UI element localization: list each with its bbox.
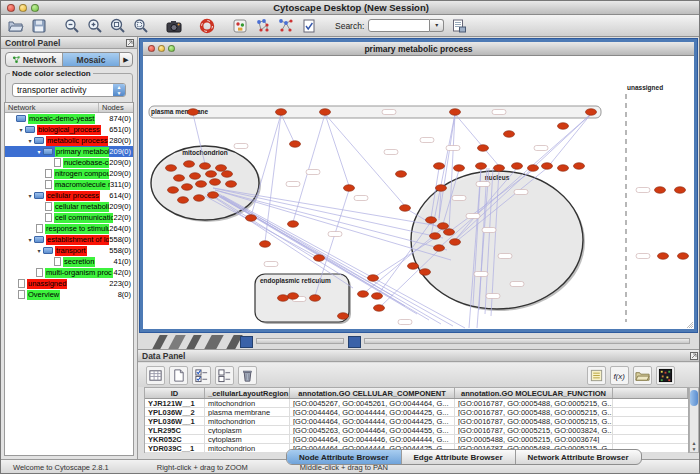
disclosure-triangle-icon[interactable]: ▾	[35, 247, 43, 254]
table-scrollbar[interactable]: ▲▼	[689, 387, 699, 453]
zoom-out-icon[interactable]	[63, 17, 81, 35]
tree-row[interactable]: unassigned223(0)	[5, 278, 133, 289]
color-attribute-dropdown[interactable]: transporter activity ▲▼	[12, 83, 126, 97]
network-node[interactable]	[188, 109, 199, 116]
network-window-titlebar[interactable]: primary metabolic process	[143, 42, 694, 56]
network-node[interactable]	[290, 141, 301, 148]
tree-row[interactable]: multi-organism proc42(0)	[5, 267, 133, 278]
network-node[interactable]	[260, 241, 271, 248]
disclosure-triangle-icon[interactable]: ▾	[17, 126, 25, 133]
table-row[interactable]: YPL036W__1mitochondrion[GO:0044464, GO:0…	[145, 417, 688, 426]
network-node[interactable]	[178, 197, 189, 204]
network-node[interactable]	[400, 205, 411, 212]
network-node[interactable]	[434, 163, 445, 170]
network-node[interactable]	[434, 245, 445, 252]
zoom-fit-icon[interactable]	[109, 17, 127, 35]
network-close-button[interactable]	[148, 45, 155, 52]
layout-edges-icon[interactable]	[277, 17, 295, 35]
close-button[interactable]	[7, 4, 15, 12]
network-node[interactable]	[420, 269, 431, 276]
tree-col-nodes[interactable]: Nodes	[99, 103, 133, 112]
table-row[interactable]: YJR121W__1mitochondrion[GO:0045267, GO:0…	[145, 399, 688, 408]
network-node[interactable]	[226, 181, 237, 188]
network-node[interactable]	[512, 163, 523, 170]
network-canvas[interactable]: plasma membranemitochondrionnucleusendop…	[143, 56, 694, 329]
tree-row[interactable]: cellular metabolic pro209(0)	[5, 201, 133, 212]
column-header[interactable]: annotation.GO CELLULAR_COMPONENT	[290, 388, 455, 398]
network-node[interactable]	[194, 195, 205, 202]
annotate-icon[interactable]	[300, 17, 318, 35]
help-icon[interactable]	[198, 17, 216, 35]
disclosure-triangle-icon[interactable]: ▾	[26, 137, 34, 144]
network-node[interactable]	[222, 171, 233, 178]
network-node[interactable]	[426, 217, 437, 224]
network-node[interactable]	[675, 187, 686, 194]
network-node[interactable]	[344, 185, 355, 192]
search-input[interactable]	[368, 19, 430, 32]
network-node[interactable]	[438, 223, 449, 230]
tab-node-attribute-browser[interactable]: Node Attribute Browser	[287, 450, 402, 464]
network-node[interactable]	[430, 233, 441, 240]
formula-icon[interactable]: f(x)	[610, 366, 629, 385]
network-zoom-button[interactable]	[168, 45, 175, 52]
tree-row[interactable]: ▾transport558(0)	[5, 245, 133, 256]
scrollbar-thumb[interactable]	[690, 390, 698, 406]
background-window[interactable]	[240, 336, 253, 348]
network-node[interactable]	[478, 145, 489, 152]
column-header[interactable]: _cellularLayoutRegion	[205, 388, 290, 398]
network-node[interactable]	[372, 293, 383, 300]
tab-network-attribute-browser[interactable]: Network Attribute Browser	[516, 450, 641, 464]
network-node[interactable]	[454, 165, 465, 172]
network-node[interactable]	[200, 163, 211, 170]
background-window[interactable]	[348, 336, 361, 348]
open-file-icon[interactable]	[7, 17, 25, 35]
tree-row[interactable]: ▾metabolic process280(0)	[5, 135, 133, 146]
network-node[interactable]	[276, 109, 287, 116]
network-node[interactable]	[558, 123, 569, 130]
network-node[interactable]	[655, 187, 666, 194]
network-node[interactable]	[408, 263, 419, 270]
vizmapper-icon[interactable]	[231, 17, 249, 35]
network-view-window[interactable]: primary metabolic process plasma membran…	[140, 39, 697, 332]
network-node[interactable]	[246, 215, 257, 222]
network-node[interactable]	[658, 253, 669, 260]
tree-row[interactable]: secretion41(0)	[5, 256, 133, 267]
titlebar[interactable]: Cytoscape Desktop (New Session)	[1, 1, 700, 15]
layout-nodes-icon[interactable]	[254, 17, 272, 35]
snapshot-icon[interactable]	[165, 17, 183, 35]
new-attribute-icon[interactable]	[169, 366, 188, 385]
network-node[interactable]	[558, 165, 569, 172]
network-node[interactable]	[190, 173, 201, 180]
tree-row[interactable]: ▾biological_process651(0)	[5, 124, 133, 135]
table-row[interactable]: YLR295Ccytoplasm[GO:0045263, GO:0044464,…	[145, 426, 688, 435]
network-node[interactable]	[196, 181, 207, 188]
matrix-icon[interactable]	[656, 366, 675, 385]
network-node[interactable]	[184, 161, 195, 168]
delete-attribute-icon[interactable]	[238, 366, 257, 385]
network-node[interactable]	[494, 165, 505, 172]
network-node[interactable]	[320, 109, 331, 116]
network-node[interactable]	[368, 275, 379, 282]
tree-row[interactable]: ▾primary metabolic process209(0)	[5, 146, 133, 157]
zoom-in-icon[interactable]	[86, 17, 104, 35]
minimize-button[interactable]	[19, 4, 27, 12]
float-panel-icon[interactable]	[690, 352, 698, 360]
select-attributes-icon[interactable]	[192, 366, 211, 385]
search-dropdown-button[interactable]: ▾	[430, 19, 444, 32]
network-node[interactable]	[288, 221, 299, 228]
disclosure-triangle-icon[interactable]: ▾	[35, 148, 43, 155]
tree-row[interactable]: nitrogen compound me209(0)	[5, 168, 133, 179]
tree-row[interactable]: macromolecule meta311(0)	[5, 179, 133, 190]
network-node[interactable]	[528, 165, 539, 172]
network-node[interactable]	[450, 239, 461, 246]
network-node[interactable]	[314, 255, 325, 262]
network-node[interactable]	[396, 171, 407, 178]
table-row[interactable]: YPL036W__2plasma membrane[GO:0044464, GO…	[145, 408, 688, 417]
network-node[interactable]	[338, 313, 349, 320]
tab-edge-attribute-browser[interactable]: Edge Attribute Browser	[402, 450, 516, 464]
network-minimize-button[interactable]	[158, 45, 165, 52]
tree-row[interactable]: Overview8(0)	[5, 289, 133, 300]
network-node[interactable]	[310, 295, 321, 302]
float-panel-icon[interactable]	[126, 39, 134, 47]
network-node[interactable]	[210, 179, 221, 186]
